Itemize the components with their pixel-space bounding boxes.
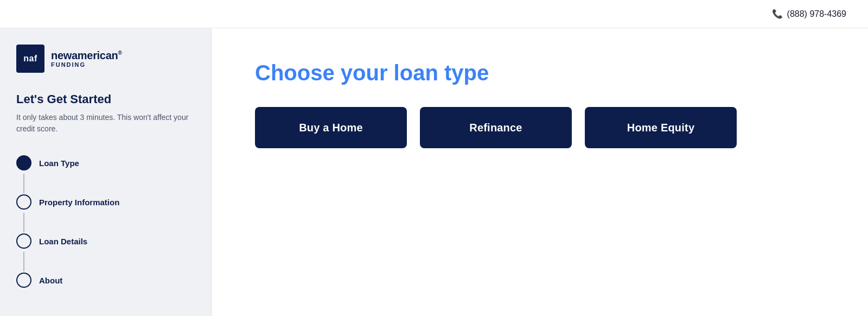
phone-number: (888) 978-4369: [787, 9, 846, 19]
step-line-3: [23, 252, 24, 271]
step-circle-4: [16, 273, 31, 288]
sidebar-description: It only takes about 3 minutes. This won'…: [16, 112, 195, 135]
step-circle-1: [16, 155, 31, 170]
step-label-2: Property Information: [39, 195, 119, 209]
phone-area[interactable]: 📞 (888) 978-4369: [772, 9, 846, 19]
logo-text: newamerican® FUNDING: [51, 49, 122, 68]
brand-sub: FUNDING: [51, 61, 122, 68]
logo-box: naf: [16, 45, 44, 73]
step-circle-3: [16, 233, 31, 249]
phone-icon: 📞: [772, 9, 783, 19]
step-connector-2: [16, 194, 31, 210]
step-row-loan-details: Loan Details: [16, 230, 195, 252]
content-area: Choose your loan type Buy a Home Refinan…: [212, 28, 868, 316]
sidebar-heading: Let's Get Started: [16, 92, 195, 106]
step-line-3-wrap: [23, 252, 195, 269]
logo-naf-text: naf: [23, 54, 37, 64]
main-layout: naf newamerican® FUNDING Let's Get Start…: [0, 28, 868, 316]
step-connector-4: [16, 273, 31, 288]
step-label-1: Loan Type: [39, 156, 79, 170]
refinance-button[interactable]: Refinance: [420, 107, 572, 148]
step-label-4: About: [39, 274, 62, 287]
logo-area: naf newamerican® FUNDING: [16, 45, 195, 73]
step-connector-3: [16, 233, 31, 249]
buy-a-home-button[interactable]: Buy a Home: [255, 107, 407, 148]
brand-name: newamerican®: [51, 49, 122, 61]
top-bar: 📞 (888) 978-4369: [0, 0, 868, 28]
step-line-2: [23, 213, 24, 232]
steps-list: Loan Type Property Information Loan: [16, 152, 195, 291]
step-row-about: About: [16, 269, 195, 291]
step-circle-2: [16, 194, 31, 210]
step-label-3: Loan Details: [39, 235, 87, 248]
loan-buttons-container: Buy a Home Refinance Home Equity: [255, 107, 825, 148]
step-line-1-wrap: [23, 174, 195, 191]
step-line-2-wrap: [23, 213, 195, 230]
sidebar: naf newamerican® FUNDING Let's Get Start…: [0, 28, 212, 316]
page-title: Choose your loan type: [255, 61, 825, 85]
step-row-loan-type: Loan Type: [16, 152, 195, 174]
home-equity-button[interactable]: Home Equity: [585, 107, 737, 148]
step-line-1: [23, 174, 24, 193]
step-connector-1: [16, 155, 31, 170]
step-row-property: Property Information: [16, 191, 195, 213]
